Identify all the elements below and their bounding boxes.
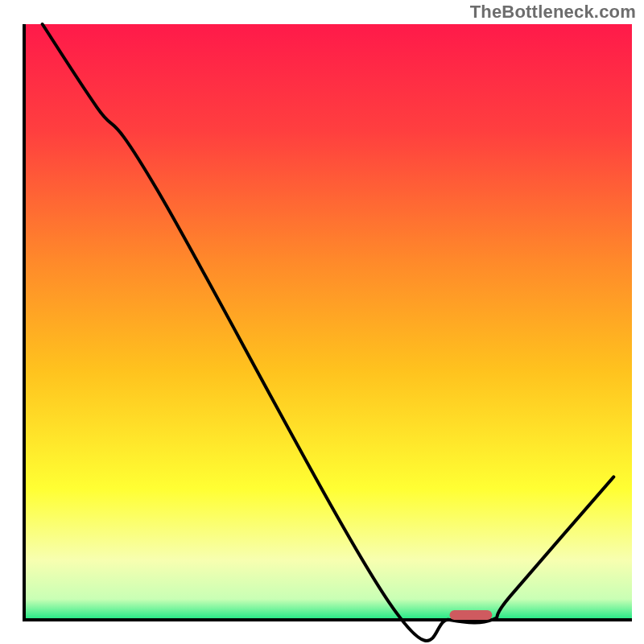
chart-container: TheBottleneck.com <box>0 0 644 644</box>
bottleneck-chart <box>0 0 644 644</box>
optimal-zone-marker <box>450 610 493 620</box>
plot-gradient-background <box>24 24 632 620</box>
watermark-text: TheBottleneck.com <box>470 2 636 23</box>
